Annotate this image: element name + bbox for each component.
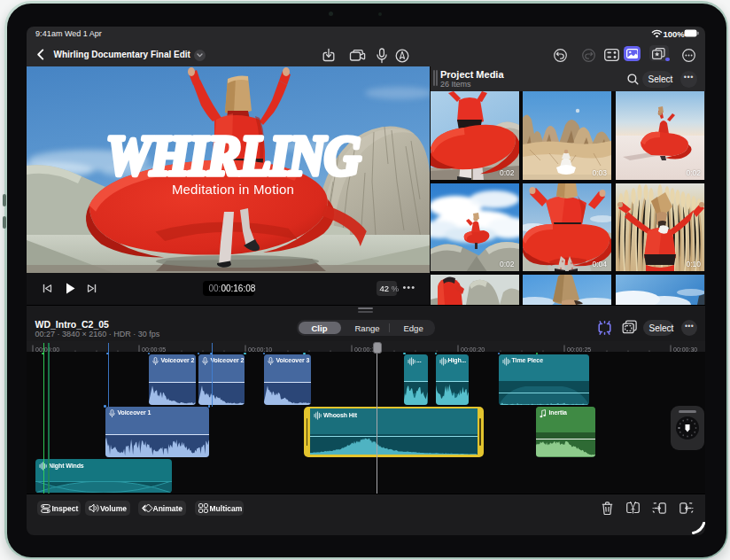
svg-text:WHIRLING: WHIRLING xyxy=(105,124,361,187)
